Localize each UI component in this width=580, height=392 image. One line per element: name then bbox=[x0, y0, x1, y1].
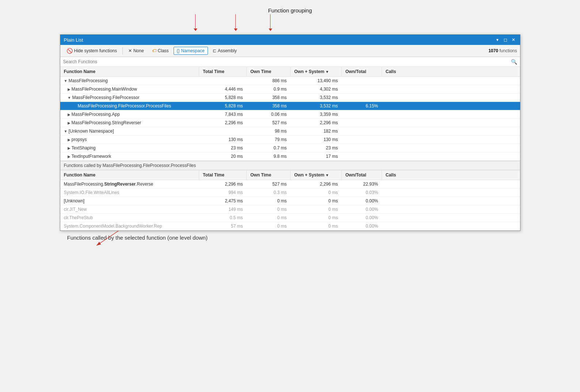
col2-own-time[interactable]: Own Time bbox=[247, 170, 291, 180]
cell-own-total: 22.93% bbox=[342, 180, 382, 189]
cell-own-system: 3,532 ms bbox=[291, 94, 342, 102]
cell-total-time: 2,475 ms bbox=[199, 197, 247, 205]
class-button[interactable]: 🏷 Class bbox=[149, 47, 172, 55]
cell-name: ▶ propsys bbox=[60, 136, 199, 144]
restore-button[interactable]: ◻ bbox=[503, 37, 508, 43]
cell-own-system: 3,532 ms bbox=[291, 102, 342, 110]
col2-calls[interactable]: Calls bbox=[382, 170, 520, 180]
cell-own-system: 2,296 ms bbox=[291, 119, 342, 127]
function-count-number: 1070 bbox=[488, 48, 498, 53]
none-label: None bbox=[133, 48, 144, 53]
cell-calls bbox=[382, 77, 520, 85]
table-row[interactable]: MassFileProcessing.FileProcessor.Process… bbox=[60, 102, 520, 110]
cell-calls bbox=[382, 189, 520, 197]
col-own-total[interactable]: Own/Total bbox=[342, 67, 382, 77]
assembly-icon: ⊏ bbox=[213, 48, 216, 53]
table-row[interactable]: ▶ TextShaping 23 ms 0.7 ms 23 ms bbox=[60, 144, 520, 152]
cell-own-total: 0.00% bbox=[342, 205, 382, 214]
cell-own-system: 17 ms bbox=[291, 152, 342, 161]
minimize-button[interactable]: ▾ bbox=[494, 37, 500, 43]
col-total-time[interactable]: Total Time bbox=[199, 67, 247, 77]
cell-own-system: 4,302 ms bbox=[291, 85, 342, 94]
table-row[interactable]: ▶ MassFileProcessing.StringReverser 2,29… bbox=[60, 119, 520, 127]
col-own-system[interactable]: Own + System bbox=[291, 67, 342, 77]
col2-total-time[interactable]: Total Time bbox=[199, 170, 247, 180]
cell-calls bbox=[382, 222, 520, 231]
cell-own-system: 23 ms bbox=[291, 144, 342, 152]
table-row[interactable]: System.ComponentModel.BackgroundWorker.R… bbox=[60, 222, 520, 231]
cell-total-time: 20 ms bbox=[199, 152, 247, 161]
table-row[interactable]: ▼ MassFileProcessing 886 ms 13,490 ms bbox=[60, 77, 520, 85]
cell-own-total bbox=[342, 127, 382, 136]
tree-expander: ▶ bbox=[68, 155, 71, 159]
cell-own-time: 9.8 ms bbox=[247, 152, 291, 161]
table-row[interactable]: ▶ propsys 130 ms 79 ms 130 ms bbox=[60, 136, 520, 144]
col-calls[interactable]: Calls bbox=[382, 67, 520, 77]
top-annotation-label: Function grouping bbox=[60, 7, 520, 14]
cell-total-time: 7,843 ms bbox=[199, 110, 247, 119]
cell-calls bbox=[382, 136, 520, 144]
cell-name: System.ComponentModel.BackgroundWorker.R… bbox=[60, 222, 199, 231]
table-row[interactable]: clr.JIT_New 149 ms 0 ms 0 ms 0.00% bbox=[60, 205, 520, 214]
cell-name: MassFileProcessing.FileProcessor.Process… bbox=[60, 102, 199, 110]
col2-own-total[interactable]: Own/Total bbox=[342, 170, 382, 180]
tree-expander: ▶ bbox=[68, 87, 71, 91]
cell-own-time: 358 ms bbox=[247, 94, 291, 102]
cell-name: ▼ MassFileProcessing bbox=[60, 77, 199, 85]
table-row[interactable]: ▶ TextInputFramework 20 ms 9.8 ms 17 ms bbox=[60, 152, 520, 161]
namespace-button[interactable]: {} Namespace bbox=[174, 47, 208, 55]
cell-total-time: 4,446 ms bbox=[199, 85, 247, 94]
cell-name: ▶ MassFileProcessing.App bbox=[60, 110, 199, 119]
top-table-header: Function Name Total Time Own Time Own + … bbox=[60, 67, 520, 77]
assembly-button[interactable]: ⊏ Assembly bbox=[209, 47, 240, 55]
namespace-icon: {} bbox=[177, 48, 180, 53]
cell-own-total bbox=[342, 110, 382, 119]
col-own-time[interactable]: Own Time bbox=[247, 67, 291, 77]
cell-name: MassFileProcessing.StringReverser.Revers… bbox=[60, 180, 199, 189]
hide-system-label: Hide system functions bbox=[74, 48, 117, 53]
section-divider: Functions called by MassFileProcessing.F… bbox=[60, 161, 520, 170]
cell-own-total: 0.00% bbox=[342, 214, 382, 222]
cell-own-time: 98 ms bbox=[247, 127, 291, 136]
cell-own-system: 0 ms bbox=[291, 189, 342, 197]
col-function-name[interactable]: Function Name bbox=[60, 67, 199, 77]
table-row[interactable]: clr.ThePreStub 0.5 ms 0 ms 0 ms 0.00% bbox=[60, 214, 520, 222]
close-button[interactable]: ✕ bbox=[511, 37, 516, 43]
bottom-table-wrapper[interactable]: Function Name Total Time Own Time Own + … bbox=[60, 170, 520, 231]
arrow-none bbox=[195, 14, 196, 31]
col2-function-name[interactable]: Function Name bbox=[60, 170, 199, 180]
cell-name: ▼ [Unknown Namespace] bbox=[60, 127, 199, 136]
tree-expander: ▼ bbox=[64, 79, 68, 83]
col2-own-system[interactable]: Own + System bbox=[291, 170, 342, 180]
table-row[interactable]: [Unknown] 2,475 ms 0 ms 0 ms 0.00% bbox=[60, 197, 520, 205]
bottom-table-body: MassFileProcessing.StringReverser.Revers… bbox=[60, 180, 520, 231]
search-icon: 🔍 bbox=[511, 59, 517, 65]
cell-calls bbox=[382, 197, 520, 205]
arrow-namespace bbox=[235, 14, 236, 31]
table-row[interactable]: ▶ MassFileProcessing.App 7,843 ms 0.06 m… bbox=[60, 110, 520, 119]
cell-own-time: 0 ms bbox=[247, 214, 291, 222]
search-input[interactable] bbox=[63, 59, 511, 64]
table-row[interactable]: ▼ MassFileProcessing.FileProcessor 5,828… bbox=[60, 94, 520, 102]
table-row[interactable]: ▼ [Unknown Namespace] 98 ms 182 ms bbox=[60, 127, 520, 136]
top-table-body: ▼ MassFileProcessing 886 ms 13,490 ms ▶ … bbox=[60, 77, 520, 161]
title-bar: Plain List ▾ ◻ ✕ bbox=[60, 35, 520, 45]
none-button[interactable]: ✕ None bbox=[125, 47, 147, 55]
cell-own-total: 6.15% bbox=[342, 102, 382, 110]
cell-own-total bbox=[342, 144, 382, 152]
cell-calls bbox=[382, 180, 520, 189]
cell-name: ▶ MassFileProcessing.StringReverser bbox=[60, 119, 199, 127]
hide-system-button[interactable]: 🚫 Hide system functions bbox=[63, 46, 120, 55]
table-row[interactable]: ▶ MassFileProcessing.MainWindow 4,446 ms… bbox=[60, 85, 520, 94]
bottom-table-header: Function Name Total Time Own Time Own + … bbox=[60, 170, 520, 180]
cell-own-total: 0.03% bbox=[342, 189, 382, 197]
top-table-wrapper[interactable]: Function Name Total Time Own Time Own + … bbox=[60, 67, 520, 161]
divider-text: Functions called by MassFileProcessing.F… bbox=[64, 163, 196, 168]
table-row[interactable]: System.IO.File.WriteAllLines 994 ms 0.3 … bbox=[60, 189, 520, 197]
table-row[interactable]: MassFileProcessing.StringReverser.Revers… bbox=[60, 180, 520, 189]
none-icon: ✕ bbox=[128, 48, 132, 53]
cell-own-system: 3,359 ms bbox=[291, 110, 342, 119]
cell-own-time: 527 ms bbox=[247, 180, 291, 189]
cell-own-time: 0.9 ms bbox=[247, 85, 291, 94]
cell-own-system: 182 ms bbox=[291, 127, 342, 136]
